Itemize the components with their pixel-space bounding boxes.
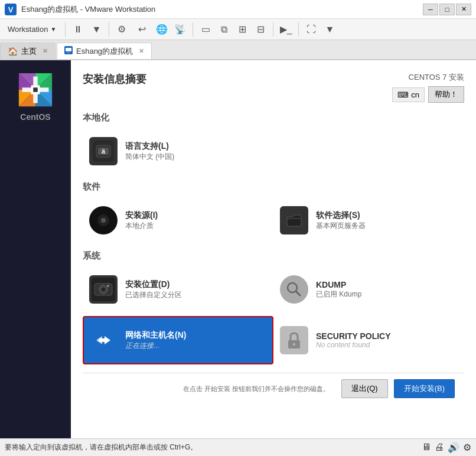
vm-settings-button[interactable]: ⚙ [113,21,131,38]
lang-code: cn [411,90,419,99]
category-system: 系统 [83,250,464,262]
location-icon-box [89,275,118,304]
workstation-arrow: ▼ [50,26,56,32]
view1-button[interactable]: ▭ [197,21,214,38]
lang-selector[interactable]: ⌨ cn [392,87,425,102]
view4-button[interactable]: ⊟ [252,21,269,38]
home-tab-close[interactable]: ✕ [43,47,48,55]
fullscreen-arrow[interactable]: ▼ [321,21,338,38]
kdump-text: KDUMP 已启用 Kdump [316,280,361,299]
security-sub: No content found [316,341,391,349]
keyboard-icon-box: ä [89,137,118,165]
lang-text: 语言支持(L) 简体中文 (中国) [125,141,174,162]
tab-vm[interactable]: Eshang的虚拟机 ✕ [57,43,152,59]
lang-sub: 简体中文 (中国) [125,152,174,162]
box-icon [280,206,308,234]
exit-button[interactable]: 退出(Q) [341,379,388,398]
lang-name: 语言支持(L) [125,141,174,152]
monitor-icon: 🖥 [422,442,431,453]
source-name: 安装源(I) [125,210,158,221]
status-text: 要将输入定向到该虚拟机，请在虚拟机内部单击或按 Ctrl+G。 [5,442,197,452]
security-text: SECURITY POLICY No content found [316,331,391,349]
network-sub: 正在连接... [125,341,186,351]
software-sub: 基本网页服务器 [316,221,366,231]
workstation-label: Workstation [8,25,48,34]
software-name: 软件选择(S) [316,210,366,221]
location-text: 安装位置(D) 已选择自定义分区 [125,279,182,300]
fullscreen-button[interactable]: ⛶ [302,21,320,38]
workstation-menu[interactable]: Workstation ▼ [2,22,61,37]
kdump-sub: 已启用 Kdump [316,289,361,299]
category-software: 软件 [83,181,464,193]
tab-home[interactable]: 🏠 主页 ✕ [0,43,56,59]
network-name: 网络和主机名(N) [125,330,186,341]
centos-icon [18,72,53,108]
disk-icon-box [89,206,118,234]
kdump-name: KDUMP [316,280,361,289]
security-icon [279,325,309,355]
speaker-icon: 🔊 [448,442,459,453]
pause-arrow[interactable]: ▼ [87,21,105,38]
network-item[interactable]: 网络和主机名(N) 正在连接... [83,316,273,364]
close-button[interactable]: ✕ [456,4,471,15]
svg-point-31 [283,279,305,300]
keyboard-icon: ⌨ [397,90,409,99]
view2-button[interactable]: ⧉ [215,21,233,38]
software-select-item[interactable]: 软件选择(S) 基本网页服务器 [273,196,464,245]
security-item[interactable]: SECURITY POLICY No content found [273,314,464,367]
lang-row: ⌨ cn 帮助！ [392,86,464,103]
svg-rect-4 [67,53,70,53]
pause-button[interactable]: ⏸ [69,21,87,38]
software-text: 软件选择(S) 基本网页服务器 [316,210,366,231]
security-icon-box [280,326,308,354]
network-icon [89,325,118,355]
source-text: 安装源(I) 本地介质 [125,210,158,231]
svg-point-24 [101,218,106,223]
minimize-button[interactable]: ─ [423,4,438,15]
view3-button[interactable]: ⊞ [233,21,251,38]
vm-tab-close[interactable]: ✕ [139,47,144,55]
vm-tab-icon [64,46,73,56]
home-tab-icon: 🏠 [8,47,18,56]
kdump-icon [279,275,309,304]
header-row: 安装信息摘要 CENTOS 7 安装 ⌨ cn 帮助！ [83,72,464,103]
install-location-item[interactable]: 安装位置(D) 已选择自定义分区 [83,265,273,314]
separator-3 [193,22,193,37]
location-icon [89,275,118,304]
help-button[interactable]: 帮助！ [428,86,464,103]
source-icon [89,206,118,235]
toolbar-group-4: ⛶ ▼ [302,21,338,38]
page-title: 安装信息摘要 [83,72,146,86]
vm-tab-label: Eshang的虚拟机 [76,46,133,57]
lang-support-item[interactable]: ä 语言支持(L) 简体中文 (中国) [83,127,273,175]
terminal-button[interactable]: ▶_ [277,21,295,38]
bottom-note: 在点击 开始安装 按钮前我们并不会操作您的磁盘。 [183,385,335,392]
lang-icon: ä [89,136,118,166]
settings-icon: ⚙ [463,442,471,453]
status-bar: 要将输入定向到该虚拟机，请在虚拟机内部单击或按 Ctrl+G。 🖥 🖨 🔊 ⚙ [0,438,476,456]
main-area: CentOS 安装信息摘要 CENTOS 7 安装 ⌨ cn 帮助！ [0,60,476,438]
separator-4 [273,22,273,37]
svg-point-37 [293,343,295,346]
snapshot-button[interactable]: ↩ [133,21,151,38]
status-icons: 🖥 🖨 🔊 ⚙ [422,442,471,453]
maximize-button[interactable]: □ [439,4,455,15]
network-button[interactable]: 🌐 [153,21,171,38]
separator-1 [65,22,66,37]
location-sub: 已选择自定义分区 [125,290,182,300]
svg-text:ä: ä [102,148,106,155]
window-controls: ─ □ ✕ [423,4,471,15]
kdump-item[interactable]: KDUMP 已启用 Kdump [273,265,464,314]
network-text: 网络和主机名(N) 正在连接... [125,330,186,351]
source-sub: 本地介质 [125,221,158,231]
kdump-icon-box [280,275,308,304]
install-button[interactable]: 开始安装(B) [394,379,455,398]
content-panel: 安装信息摘要 CENTOS 7 安装 ⌨ cn 帮助！ 本地化 [71,60,476,438]
location-name: 安装位置(D) [125,279,182,290]
install-label: CENTOS 7 安装 [409,72,464,83]
home-tab-label: 主页 [21,46,37,57]
separator-2 [109,22,109,37]
install-source-item[interactable]: 安装源(I) 本地介质 [83,196,273,245]
category-localization: 本地化 [83,112,464,123]
network2-button[interactable]: 📡 [171,21,189,38]
